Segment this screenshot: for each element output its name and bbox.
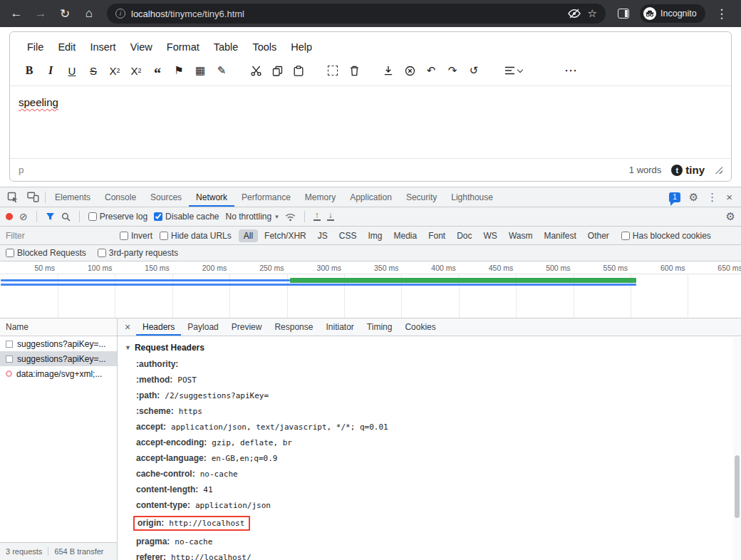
highlighter-pen-icon[interactable]: ✎ <box>211 61 232 80</box>
tab-console[interactable]: Console <box>98 187 143 207</box>
filter-pill-wasm[interactable]: Wasm <box>504 229 538 242</box>
network-settings-gear-icon[interactable]: ⚙ <box>726 210 735 223</box>
invert-checkbox[interactable]: Invert <box>120 231 152 241</box>
underline-icon[interactable]: U <box>61 61 83 80</box>
back-icon[interactable]: ← <box>6 3 27 24</box>
preserve-log-input[interactable] <box>88 212 97 221</box>
third-party-requests-checkbox[interactable]: 3rd-party requests <box>98 248 178 258</box>
export-download-icon[interactable] <box>378 61 399 80</box>
devtools-settings-gear-icon[interactable]: ⚙ <box>689 191 698 204</box>
blocked-requests-checkbox[interactable]: Blocked Requests <box>6 248 86 258</box>
throttling-dropdown[interactable]: No throttling ▾ <box>225 212 278 222</box>
align-dropdown[interactable] <box>497 61 529 80</box>
disable-cache-checkbox[interactable]: Disable cache <box>154 212 219 222</box>
menu-help[interactable]: Help <box>284 38 319 56</box>
paste-icon[interactable] <box>288 61 309 80</box>
devtools-close-icon[interactable]: × <box>726 191 732 203</box>
menu-view[interactable]: View <box>123 38 160 56</box>
copy-icon[interactable] <box>266 61 288 80</box>
has-blocked-cookies-input[interactable] <box>621 232 630 240</box>
menu-edit[interactable]: Edit <box>51 38 83 56</box>
request-row-selected[interactable]: suggestions?apiKey=... <box>0 351 117 366</box>
detail-tab-timing[interactable]: Timing <box>361 318 399 336</box>
filter-pill-js[interactable]: JS <box>313 229 333 242</box>
tab-security[interactable]: Security <box>399 187 444 207</box>
filter-pill-all[interactable]: All <box>239 229 258 242</box>
preserve-log-checkbox[interactable]: Preserve log <box>88 212 147 222</box>
filter-input[interactable] <box>6 231 113 241</box>
select-all-icon[interactable] <box>322 61 343 80</box>
filter-pill-img[interactable]: Img <box>363 229 387 242</box>
more-toolbar-icon[interactable]: ⋯ <box>560 61 581 80</box>
search-icon[interactable] <box>61 212 71 222</box>
redo-icon[interactable]: ↷ <box>442 61 463 80</box>
detail-tab-initiator[interactable]: Initiator <box>319 318 360 336</box>
address-bar[interactable]: i localhost/tinymce/tiny6.html ☆ <box>107 4 606 24</box>
subscript-icon[interactable]: X2 <box>104 61 125 80</box>
network-overview[interactable]: 50 ms100 ms150 ms200 ms250 ms300 ms350 m… <box>0 261 741 318</box>
third-party-requests-input[interactable] <box>98 249 106 257</box>
menu-format[interactable]: Format <box>160 38 207 56</box>
menu-insert[interactable]: Insert <box>83 38 123 56</box>
cut-icon[interactable] <box>245 61 266 80</box>
issues-badge[interactable]: 1 <box>669 192 680 202</box>
invert-input[interactable] <box>120 232 128 240</box>
restore-draft-icon[interactable]: ↺ <box>463 61 484 80</box>
reload-icon[interactable]: ↻ <box>54 3 76 24</box>
filter-pill-fetch-xhr[interactable]: Fetch/XHR <box>259 229 311 242</box>
detail-tab-headers[interactable]: Headers <box>136 318 181 336</box>
device-toolbar-icon[interactable] <box>23 187 43 207</box>
record-icon[interactable] <box>6 213 13 220</box>
tab-lighthouse[interactable]: Lighthouse <box>444 187 500 207</box>
blockquote-icon[interactable]: “ <box>147 61 168 80</box>
strikethrough-icon[interactable]: S <box>83 61 104 80</box>
menu-table[interactable]: Table <box>207 38 246 56</box>
resize-handle[interactable] <box>715 166 722 174</box>
side-panel-button[interactable] <box>613 3 634 24</box>
tab-application[interactable]: Application <box>343 187 399 207</box>
bookmark-star-icon[interactable]: ☆ <box>588 7 597 20</box>
tiny-logo[interactable]: t tiny <box>671 164 705 176</box>
inspect-element-icon[interactable] <box>3 187 23 207</box>
requests-name-header[interactable]: Name <box>0 318 117 336</box>
filter-pill-other[interactable]: Other <box>583 229 614 242</box>
element-path[interactable]: p <box>19 165 24 175</box>
format-painter-icon[interactable]: ⚑ <box>168 61 190 80</box>
misspelled-word[interactable]: speeling <box>19 96 58 108</box>
superscript-icon[interactable]: X2 <box>125 61 147 80</box>
filter-pill-ws[interactable]: WS <box>479 229 502 242</box>
network-conditions-icon[interactable] <box>285 212 296 222</box>
detail-scrollbar[interactable] <box>733 337 741 560</box>
detail-tab-cookies[interactable]: Cookies <box>398 318 442 336</box>
browser-menu-icon[interactable]: ⋮ <box>711 3 732 24</box>
menu-tools[interactable]: Tools <box>245 38 284 56</box>
detail-tab-preview[interactable]: Preview <box>225 318 269 336</box>
filter-pill-font[interactable]: Font <box>423 229 450 242</box>
tab-performance[interactable]: Performance <box>234 187 298 207</box>
word-count[interactable]: 1 words <box>629 165 662 175</box>
hide-data-urls-checkbox[interactable]: Hide data URLs <box>160 231 232 241</box>
filter-pill-css[interactable]: CSS <box>334 229 362 242</box>
import-har-icon[interactable]: ↑ <box>314 212 321 221</box>
tab-elements[interactable]: Elements <box>48 187 98 207</box>
undo-icon[interactable]: ↶ <box>420 61 442 80</box>
filter-pill-media[interactable]: Media <box>388 229 422 242</box>
devtools-menu-icon[interactable]: ⋮ <box>707 191 717 204</box>
hide-data-urls-input[interactable] <box>160 232 168 240</box>
disable-cache-input[interactable] <box>154 212 162 221</box>
tab-sources[interactable]: Sources <box>143 187 189 207</box>
cancel-icon[interactable] <box>399 61 420 80</box>
has-blocked-cookies-checkbox[interactable]: Has blocked cookies <box>621 231 711 241</box>
home-icon[interactable]: ⌂ <box>78 3 100 24</box>
url-text[interactable]: localhost/tinymce/tiny6.html <box>131 9 244 19</box>
request-row[interactable]: suggestions?apiKey=... <box>0 336 117 351</box>
detail-tab-response[interactable]: Response <box>268 318 319 336</box>
image-icon[interactable]: ▦ <box>190 61 211 80</box>
italic-icon[interactable]: I <box>40 61 61 80</box>
site-info-icon[interactable]: i <box>115 9 125 19</box>
detail-tab-payload[interactable]: Payload <box>181 318 224 336</box>
delete-icon[interactable] <box>343 61 365 80</box>
menu-file[interactable]: File <box>20 38 51 56</box>
filter-pill-manifest[interactable]: Manifest <box>539 229 581 242</box>
request-row[interactable]: data:image/svg+xml;... <box>0 366 117 381</box>
